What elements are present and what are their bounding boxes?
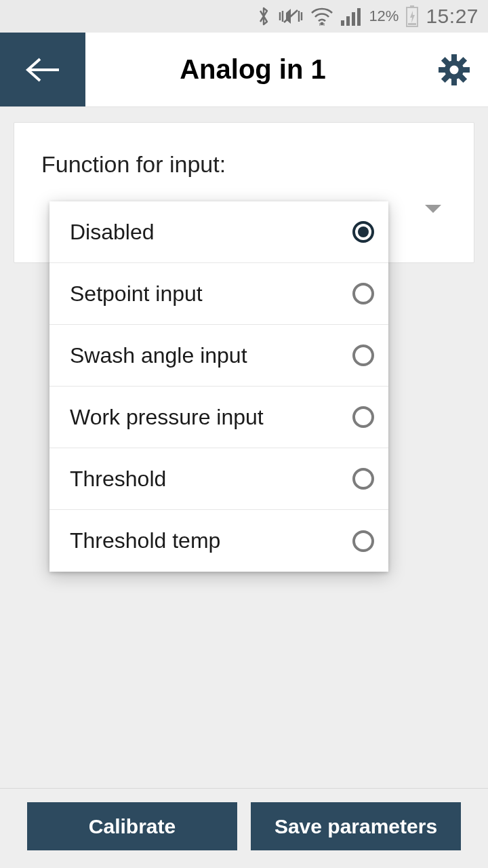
wifi-icon xyxy=(310,7,333,26)
status-bar: 12% 15:27 xyxy=(0,0,488,33)
option-row[interactable]: Swash angle input xyxy=(49,325,388,387)
option-row[interactable]: Work pressure input xyxy=(49,387,388,448)
option-row[interactable]: Threshold temp xyxy=(49,510,388,572)
option-label: Threshold xyxy=(70,467,166,492)
signal-icon xyxy=(340,7,362,26)
option-label: Swash angle input xyxy=(70,343,247,368)
option-label: Setpoint input xyxy=(70,281,203,307)
svg-rect-4 xyxy=(352,12,355,26)
svg-rect-2 xyxy=(341,20,344,26)
svg-marker-21 xyxy=(425,205,441,213)
svg-rect-5 xyxy=(357,8,361,26)
svg-point-28 xyxy=(354,532,373,551)
function-input-label: Function for input: xyxy=(41,151,447,178)
radio-selected-icon xyxy=(352,220,375,243)
svg-point-25 xyxy=(354,346,373,365)
svg-point-26 xyxy=(354,408,373,427)
svg-rect-14 xyxy=(463,67,470,73)
status-time: 15:27 xyxy=(426,5,479,28)
option-label: Threshold temp xyxy=(70,528,220,553)
header: Analog in 1 xyxy=(0,33,488,107)
calibrate-button[interactable]: Calibrate xyxy=(27,802,237,850)
svg-point-20 xyxy=(450,65,459,74)
radio-unselected-icon xyxy=(352,344,375,367)
back-button[interactable] xyxy=(0,33,85,106)
svg-point-27 xyxy=(354,469,373,488)
radio-unselected-icon xyxy=(352,530,375,553)
page-title: Analog in 1 xyxy=(180,54,326,85)
option-label: Work pressure input xyxy=(70,405,264,430)
save-label: Save parameters xyxy=(274,815,437,838)
svg-point-1 xyxy=(321,22,324,26)
svg-rect-3 xyxy=(346,16,350,26)
svg-rect-8 xyxy=(408,23,416,25)
settings-button[interactable] xyxy=(420,33,488,106)
function-options-popup: DisabledSetpoint inputSwash angle inputW… xyxy=(49,201,388,572)
gear-icon xyxy=(439,54,470,85)
vibrate-mute-icon xyxy=(278,6,304,26)
svg-rect-12 xyxy=(451,79,457,85)
option-row[interactable]: Disabled xyxy=(49,201,388,263)
chevron-down-icon xyxy=(424,203,443,214)
svg-rect-11 xyxy=(451,54,457,61)
battery-percent: 12% xyxy=(369,7,399,25)
save-parameters-button[interactable]: Save parameters xyxy=(251,802,461,850)
radio-unselected-icon xyxy=(352,467,375,490)
radio-unselected-icon xyxy=(352,282,375,305)
option-row[interactable]: Setpoint input xyxy=(49,263,388,325)
radio-unselected-icon xyxy=(352,406,375,429)
svg-point-23 xyxy=(358,226,369,237)
calibrate-label: Calibrate xyxy=(89,815,176,838)
battery-icon xyxy=(405,5,419,27)
option-row[interactable]: Threshold xyxy=(49,448,388,510)
svg-rect-13 xyxy=(439,67,445,73)
bottom-bar: Calibrate Save parameters xyxy=(0,788,488,868)
option-label: Disabled xyxy=(70,220,155,245)
bluetooth-icon xyxy=(256,5,271,27)
arrow-left-icon xyxy=(24,56,62,83)
svg-point-24 xyxy=(354,284,373,303)
